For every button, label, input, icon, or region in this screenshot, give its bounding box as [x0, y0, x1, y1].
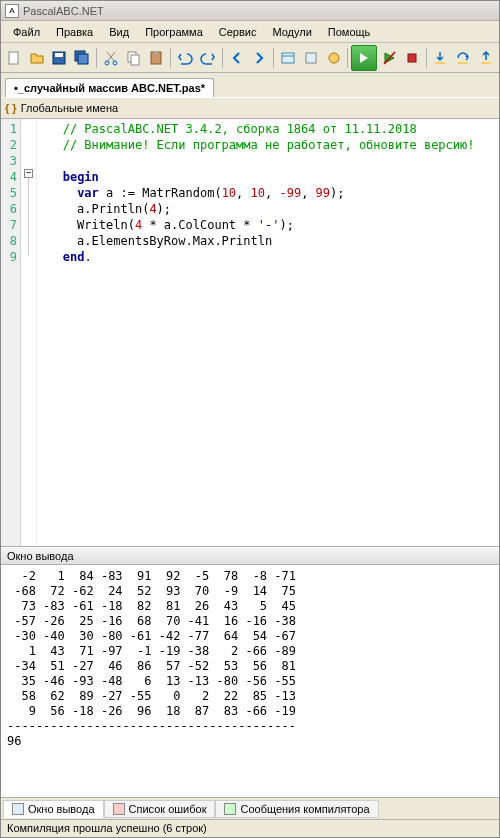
svg-rect-16 — [408, 54, 416, 62]
titlebar: A PascalABC.NET — [1, 1, 499, 21]
code-line[interactable]: var a := MatrRandom(10, 10, -99, 99); — [41, 185, 495, 201]
output-area[interactable]: -2 1 84 -83 91 92 -5 78 -8 -71 -68 72 -6… — [1, 565, 499, 797]
code-line[interactable] — [41, 153, 495, 169]
tool-a-button[interactable] — [300, 47, 322, 69]
nav-fwd-button[interactable] — [248, 47, 270, 69]
document-tab[interactable]: •_случайный массив ABC.NET.pas* — [5, 78, 214, 97]
copy-button[interactable] — [123, 47, 145, 69]
svg-point-14 — [329, 53, 339, 63]
step-into-button[interactable] — [430, 47, 452, 69]
output-tab-label: Окно вывода — [28, 803, 95, 815]
menubar: Файл Правка Вид Программа Сервис Модули … — [1, 21, 499, 43]
menu-edit[interactable]: Правка — [48, 23, 101, 41]
run-button[interactable] — [351, 45, 377, 71]
line-number: 1 — [1, 121, 17, 137]
line-number: 5 — [1, 185, 17, 201]
toolbar-separator — [170, 48, 171, 68]
menu-program[interactable]: Программа — [137, 23, 211, 41]
svg-rect-10 — [154, 51, 158, 54]
tab-output[interactable]: Окно вывода — [3, 800, 104, 818]
save-all-button[interactable] — [71, 47, 93, 69]
menu-service[interactable]: Сервис — [211, 23, 265, 41]
toolbar-separator — [96, 48, 97, 68]
menu-view[interactable]: Вид — [101, 23, 137, 41]
fold-line — [28, 178, 29, 256]
tool-b-button[interactable] — [323, 47, 345, 69]
scope-bar: { } Глобальные имена — [1, 97, 499, 119]
line-number: 7 — [1, 217, 17, 233]
open-file-button[interactable] — [26, 47, 48, 69]
code-line[interactable]: // PascalABC.NET 3.4.2, сборка 1864 от 1… — [41, 121, 495, 137]
svg-rect-18 — [458, 62, 468, 64]
tab-errors[interactable]: Список ошибок — [104, 800, 216, 818]
svg-rect-11 — [282, 53, 294, 63]
code-line[interactable]: end. — [41, 249, 495, 265]
svg-rect-13 — [306, 53, 316, 63]
svg-rect-19 — [481, 62, 491, 64]
fold-toggle-icon[interactable] — [24, 169, 33, 178]
document-tabbar: •_случайный массив ABC.NET.pas* — [1, 73, 499, 97]
code-area[interactable]: // PascalABC.NET 3.4.2, сборка 1864 от 1… — [37, 119, 499, 546]
line-number: 6 — [1, 201, 17, 217]
toolbar-separator — [426, 48, 427, 68]
stop-button[interactable] — [401, 47, 423, 69]
output-pane-title: Окно вывода — [1, 547, 499, 565]
bottom-tabbar: Окно вывода Список ошибок Сообщения комп… — [1, 797, 499, 819]
line-number: 2 — [1, 137, 17, 153]
scope-label[interactable]: Глобальные имена — [21, 102, 119, 114]
line-number: 4 — [1, 169, 17, 185]
menu-help[interactable]: Помощь — [320, 23, 379, 41]
toolbar-separator — [273, 48, 274, 68]
scope-icon: { } — [5, 102, 17, 114]
svg-rect-17 — [435, 62, 445, 64]
run-no-debug-button[interactable] — [378, 47, 400, 69]
line-gutter: 123456789 — [1, 119, 21, 546]
code-line[interactable]: a.Println(4); — [41, 201, 495, 217]
toolbar-separator — [347, 48, 348, 68]
compiler-tab-label: Сообщения компилятора — [240, 803, 369, 815]
code-line[interactable]: Writeln(4 * a.ColCount * '-'); — [41, 217, 495, 233]
menu-modules[interactable]: Модули — [264, 23, 319, 41]
fold-column — [21, 119, 37, 546]
step-out-button[interactable] — [475, 47, 497, 69]
output-tab-icon — [12, 803, 24, 815]
line-number: 8 — [1, 233, 17, 249]
errors-tab-label: Список ошибок — [129, 803, 207, 815]
app-icon: A — [5, 4, 19, 18]
redo-button[interactable] — [197, 47, 219, 69]
nav-back-button[interactable] — [226, 47, 248, 69]
code-line[interactable]: // Внимание! Если программа не работает,… — [41, 137, 495, 153]
step-over-button[interactable] — [452, 47, 474, 69]
line-number: 3 — [1, 153, 17, 169]
cut-button[interactable] — [100, 47, 122, 69]
svg-rect-2 — [55, 53, 63, 57]
code-line[interactable]: begin — [41, 169, 495, 185]
toolbar-separator — [222, 48, 223, 68]
svg-rect-4 — [78, 54, 88, 64]
window-title: PascalABC.NET — [23, 5, 104, 17]
menu-file[interactable]: Файл — [5, 23, 48, 41]
compiler-tab-icon — [224, 803, 236, 815]
svg-rect-0 — [9, 52, 18, 64]
statusbar: Компиляция прошла успешно (6 строк) — [1, 819, 499, 837]
paste-button[interactable] — [145, 47, 167, 69]
status-text: Компиляция прошла успешно (6 строк) — [7, 822, 207, 834]
toolbar — [1, 43, 499, 73]
code-editor[interactable]: 123456789 // PascalABC.NET 3.4.2, сборка… — [1, 119, 499, 547]
new-file-button[interactable] — [3, 47, 25, 69]
properties-button[interactable] — [277, 47, 299, 69]
code-line[interactable]: a.ElementsByRow.Max.Println — [41, 233, 495, 249]
save-button[interactable] — [49, 47, 71, 69]
undo-button[interactable] — [174, 47, 196, 69]
tab-compiler[interactable]: Сообщения компилятора — [215, 800, 378, 818]
svg-rect-8 — [131, 55, 139, 65]
errors-tab-icon — [113, 803, 125, 815]
line-number: 9 — [1, 249, 17, 265]
